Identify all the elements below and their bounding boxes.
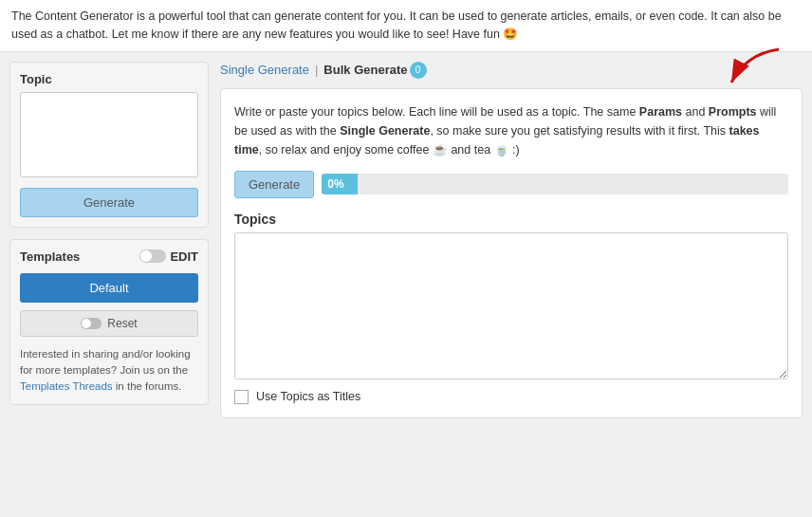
progress-label: 0% [327,177,343,191]
bulk-generate-button[interactable]: Generate [234,171,314,198]
bulk-panel: Write or paste your topics below. Each l… [220,88,803,418]
templates-info: Interested in sharing and/or looking for… [20,346,198,396]
use-topics-label: Use Topics as Titles [256,390,360,403]
top-banner: The Content Generator is a powerful tool… [0,0,812,52]
bulk-generate-tab[interactable]: Bulk Generate [323,63,407,77]
banner-text: The Content Generator is a powerful tool… [11,9,782,41]
bulk-desc-4: , so relax and enjoy some coffee ☕ and t… [259,143,520,157]
templates-header: Templates EDIT [20,249,198,264]
topic-label: Topic [20,72,198,86]
use-topics-checkbox[interactable] [234,390,249,404]
arrow-annotation [708,45,784,95]
single-generate-tab[interactable]: Single Generate [220,63,309,77]
topics-textarea[interactable] [234,232,788,379]
prompts-label: Prompts [709,105,757,119]
sidebar: Topic Generate Templates EDIT Default [9,62,209,406]
edit-toggle-switch[interactable] [139,249,166,263]
use-topics-row: Use Topics as Titles [234,390,788,404]
default-template-button[interactable]: Default [20,273,198,303]
tab-separator: | [315,63,318,77]
bulk-desc-3: , so make sure you get satisfying result… [430,124,729,138]
reset-label: Reset [107,317,137,330]
templates-info-text: Interested in sharing and/or looking for… [20,348,191,376]
bulk-badge: 0 [410,62,427,79]
single-ref-label: Single Generate [340,124,430,138]
templates-info-suffix: in the forums. [113,380,182,392]
edit-toggle[interactable]: EDIT [139,249,198,264]
templates-box: Templates EDIT Default Reset Interested … [9,239,209,406]
progress-bar: 0% [322,174,788,194]
tab-row: Single Generate | Bulk Generate 0 [220,62,803,79]
generate-row: Generate 0% [234,171,788,198]
templates-threads-link[interactable]: Templates Threads [20,380,113,392]
bulk-desc-1: Write or paste your topics below. Each l… [234,105,639,119]
generate-button[interactable]: Generate [20,188,198,217]
arrow-svg [708,45,784,92]
topic-input[interactable] [20,92,198,177]
topics-label: Topics [234,212,788,227]
bulk-and: and [682,105,709,119]
reset-knob [82,319,91,328]
content-area: Single Generate | Bulk Generate 0 Wri [220,62,803,418]
reset-button[interactable]: Reset [20,310,198,337]
bulk-description: Write or paste your topics below. Each l… [234,102,788,159]
templates-label: Templates [20,249,80,264]
topic-box: Topic Generate [9,62,209,228]
edit-label: EDIT [170,249,198,264]
toggle-knob [140,250,152,262]
reset-toggle [81,318,102,329]
progress-fill: 0% [322,174,358,194]
params-label: Params [639,105,682,119]
